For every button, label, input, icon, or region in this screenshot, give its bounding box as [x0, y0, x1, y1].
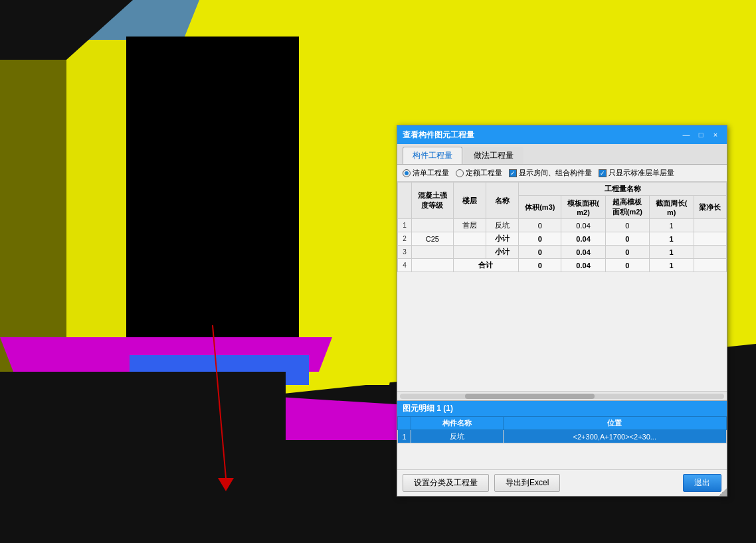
cell-rownum: 1	[398, 219, 412, 232]
cell-rownum: 2	[398, 232, 412, 246]
cell-total-label: 合计	[453, 259, 519, 272]
col-volume: 体积(m3)	[519, 196, 561, 219]
radio-checklist[interactable]: 清单工程量	[403, 168, 449, 178]
detail-cell-num: 1	[398, 430, 411, 443]
radio-checklist-label: 清单工程量	[413, 168, 449, 178]
cell-blen	[694, 219, 727, 232]
dialog-title: 查看构件图元工程量	[403, 129, 678, 141]
detail-panel-title: 图元明细 1 (1)	[397, 401, 727, 416]
cell-vol: 0	[519, 246, 561, 259]
cell-peri: 1	[649, 246, 694, 259]
tab-bar: 构件工程量 做法工程量	[397, 144, 727, 165]
export-button[interactable]: 导出到Excel	[494, 474, 560, 492]
detail-col-position: 位置	[503, 417, 726, 430]
cell-efw: 0	[605, 219, 649, 232]
cell-fw: 0.04	[561, 246, 606, 259]
svg-marker-1	[218, 478, 234, 491]
cell-vol: 0	[519, 232, 561, 246]
cell-name: 小计	[486, 232, 518, 246]
col-extra-formwork: 超高模板面积(m2)	[605, 196, 649, 219]
cell-efw: 0	[605, 246, 649, 259]
cell-name: 小计	[486, 246, 518, 259]
cell-grade	[412, 259, 453, 272]
checkbox-show-rooms[interactable]: ✓ 显示房间、组合构件量	[509, 168, 592, 178]
struct-yellow-inner	[66, 40, 126, 378]
col-floor: 楼层	[453, 183, 486, 219]
struct-right-wall	[299, 0, 405, 385]
detail-col-name: 构件名称	[411, 417, 504, 430]
col-name: 名称	[486, 183, 518, 219]
struct-void	[126, 37, 306, 355]
cell-fw: 0.04	[561, 219, 606, 232]
detail-panel: 图元明细 1 (1) 构件名称 位置 1 反坑 <2+300,A+1700><2…	[397, 400, 727, 469]
cell-rownum: 4	[398, 259, 412, 272]
restore-button[interactable]: □	[695, 129, 707, 141]
quantity-table-area[interactable]: 混凝土强度等级 楼层 名称 工程量名称 体积(m3) 模板面积(m2) 超高模板…	[397, 182, 727, 391]
cell-vol: 0	[519, 259, 561, 272]
cell-efw: 0	[605, 259, 649, 272]
detail-cell-position: <2+300,A+1700><2+30...	[503, 430, 726, 443]
col-grade: 混凝土强度等级	[412, 183, 453, 219]
tab-component-quantity[interactable]: 构件工程量	[403, 147, 462, 164]
cell-blen	[694, 232, 727, 246]
radio-checklist-indicator	[403, 169, 411, 177]
detail-cell-name: 反坑	[411, 430, 504, 443]
checkbox-show-rooms-box: ✓	[509, 169, 517, 177]
cell-grade	[412, 246, 453, 259]
checkbox-std-floor-label: 只显示标准层单层量	[609, 168, 674, 178]
detail-col-num	[398, 417, 411, 430]
detail-table-row[interactable]: 1 反坑 <2+300,A+1700><2+30...	[398, 430, 727, 443]
table-row: 3 小计 0 0.04 0 1	[398, 246, 727, 259]
cell-grade	[412, 219, 453, 232]
horizontal-scrollbar[interactable]	[397, 391, 727, 400]
tab-method-quantity[interactable]: 做法工程量	[464, 147, 523, 164]
cell-floor: 首层	[453, 219, 486, 232]
scrollbar-thumb	[465, 394, 595, 399]
cell-fw: 0.04	[561, 259, 606, 272]
options-row: 清单工程量 定额工程量 ✓ 显示房间、组合构件量 ✓ 只显示标准层单层量	[397, 165, 727, 182]
radio-quota-label: 定额工程量	[466, 168, 502, 178]
col-rownum	[398, 183, 412, 219]
table-row: 1 首层 反坑 0 0.04 0 1	[398, 219, 727, 232]
cell-vol: 0	[519, 219, 561, 232]
cell-floor	[453, 232, 486, 246]
cell-grade: C25	[412, 232, 453, 246]
cell-peri: 1	[649, 259, 694, 272]
radio-quota-indicator	[456, 169, 464, 177]
cell-blen	[694, 246, 727, 259]
dialog-footer: 设置分类及工程量 导出到Excel 退出	[397, 469, 727, 496]
cell-rownum: 3	[398, 246, 412, 259]
col-perimeter: 截面周长(m)	[649, 196, 694, 219]
classify-button[interactable]: 设置分类及工程量	[403, 474, 489, 492]
cell-peri: 1	[649, 232, 694, 246]
col-quantity-header: 工程量名称	[519, 183, 727, 196]
checkbox-show-rooms-label: 显示房间、组合构件量	[519, 168, 592, 178]
close-button[interactable]: ×	[709, 129, 721, 141]
resize-handle[interactable]	[719, 488, 727, 496]
detail-table-area[interactable]: 构件名称 位置 1 反坑 <2+300,A+1700><2+30...	[397, 416, 727, 469]
checkbox-std-floor[interactable]: ✓ 只显示标准层单层量	[599, 168, 674, 178]
dialog-titlebar: 查看构件图元工程量 — □ ×	[397, 125, 727, 144]
cell-blen	[694, 259, 727, 272]
cell-floor	[453, 246, 486, 259]
scrollbar-track	[400, 394, 724, 399]
cell-fw: 0.04	[561, 232, 606, 246]
dialog-window: 查看构件图元工程量 — □ × 构件工程量 做法工程量 清单工程量 定额工程量 …	[397, 125, 727, 497]
cell-name: 反坑	[486, 219, 518, 232]
svg-line-0	[213, 325, 226, 478]
checkbox-std-floor-box: ✓	[599, 169, 607, 177]
cell-efw: 0	[605, 232, 649, 246]
cell-peri: 1	[649, 219, 694, 232]
col-beam-length: 梁净长	[694, 196, 727, 219]
minimize-button[interactable]: —	[680, 129, 692, 141]
table-row: 2 C25 小计 0 0.04 0 1	[398, 232, 727, 246]
table-row: 4 合计 0 0.04 0 1	[398, 259, 727, 272]
red-arrow-annotation	[159, 319, 266, 504]
quantity-table: 混凝土强度等级 楼层 名称 工程量名称 体积(m3) 模板面积(m2) 超高模板…	[397, 182, 727, 272]
detail-table: 构件名称 位置 1 反坑 <2+300,A+1700><2+30...	[397, 416, 727, 443]
exit-button[interactable]: 退出	[683, 474, 721, 492]
col-formwork: 模板面积(m2)	[561, 196, 606, 219]
radio-quota[interactable]: 定额工程量	[456, 168, 502, 178]
